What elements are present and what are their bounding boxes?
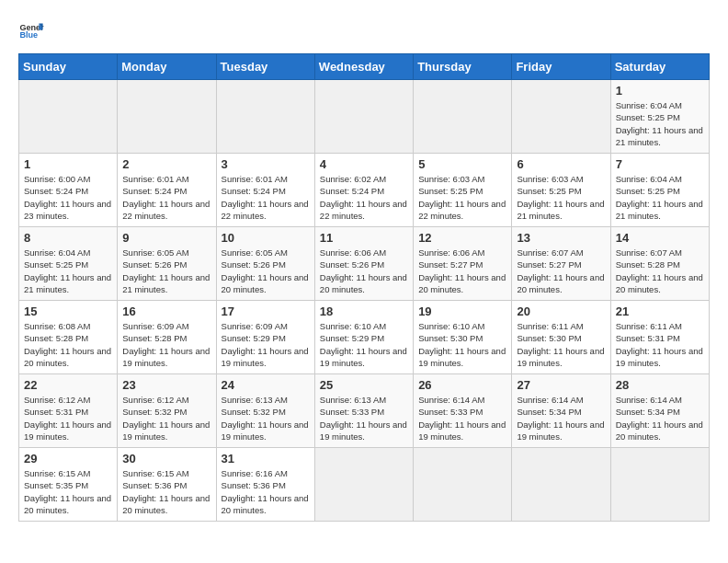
column-header-thursday: Thursday xyxy=(414,54,512,80)
day-number: 12 xyxy=(418,231,506,245)
calendar-day-cell: 1Sunrise: 6:04 AM Sunset: 5:25 PM Daylig… xyxy=(610,80,709,154)
calendar-day-cell: 5Sunrise: 6:03 AM Sunset: 5:25 PM Daylig… xyxy=(414,154,512,227)
day-number: 3 xyxy=(222,157,310,171)
calendar-day-cell: 23Sunrise: 6:12 AM Sunset: 5:32 PM Dayli… xyxy=(118,374,216,448)
calendar-day-cell xyxy=(216,80,314,154)
calendar-day-cell: 1Sunrise: 6:00 AM Sunset: 5:24 PM Daylig… xyxy=(19,154,118,227)
column-header-sunday: Sunday xyxy=(19,54,118,80)
calendar-day-cell: 27Sunrise: 6:14 AM Sunset: 5:34 PM Dayli… xyxy=(512,374,610,448)
logo-icon: General Blue xyxy=(18,18,44,44)
day-number: 26 xyxy=(418,378,506,392)
day-info: Sunrise: 6:02 AM Sunset: 5:24 PM Dayligh… xyxy=(320,173,408,222)
calendar-day-cell: 28Sunrise: 6:14 AM Sunset: 5:34 PM Dayli… xyxy=(610,374,709,448)
column-header-friday: Friday xyxy=(512,54,610,80)
day-number: 22 xyxy=(24,378,112,392)
calendar-day-cell xyxy=(314,448,413,522)
day-number: 13 xyxy=(517,231,605,245)
day-info: Sunrise: 6:11 AM Sunset: 5:30 PM Dayligh… xyxy=(517,320,605,369)
column-header-saturday: Saturday xyxy=(610,54,709,80)
calendar-day-cell: 17Sunrise: 6:09 AM Sunset: 5:29 PM Dayli… xyxy=(216,301,314,374)
calendar-day-cell xyxy=(414,448,512,522)
svg-text:Blue: Blue xyxy=(19,30,38,40)
day-number: 30 xyxy=(122,452,210,465)
day-info: Sunrise: 6:05 AM Sunset: 5:26 PM Dayligh… xyxy=(122,247,210,295)
day-info: Sunrise: 6:15 AM Sunset: 5:35 PM Dayligh… xyxy=(24,467,112,516)
day-number: 9 xyxy=(122,231,210,245)
calendar-day-cell: 30Sunrise: 6:15 AM Sunset: 5:36 PM Dayli… xyxy=(118,448,216,522)
day-number: 10 xyxy=(222,231,310,245)
calendar-week-row: 8Sunrise: 6:04 AM Sunset: 5:25 PM Daylig… xyxy=(19,227,710,301)
calendar-day-cell xyxy=(512,80,610,154)
day-number: 21 xyxy=(616,304,704,318)
calendar-day-cell: 2Sunrise: 6:01 AM Sunset: 5:24 PM Daylig… xyxy=(118,154,216,227)
day-info: Sunrise: 6:07 AM Sunset: 5:28 PM Dayligh… xyxy=(616,247,704,295)
logo: General Blue xyxy=(18,18,44,44)
calendar-day-cell: 4Sunrise: 6:02 AM Sunset: 5:24 PM Daylig… xyxy=(314,154,413,227)
day-info: Sunrise: 6:08 AM Sunset: 5:28 PM Dayligh… xyxy=(24,320,112,369)
day-info: Sunrise: 6:13 AM Sunset: 5:33 PM Dayligh… xyxy=(320,394,408,442)
day-number: 7 xyxy=(616,157,704,171)
page-header: General Blue xyxy=(18,18,710,44)
day-info: Sunrise: 6:03 AM Sunset: 5:25 PM Dayligh… xyxy=(418,173,506,222)
calendar-day-cell: 11Sunrise: 6:06 AM Sunset: 5:26 PM Dayli… xyxy=(314,227,413,301)
day-info: Sunrise: 6:09 AM Sunset: 5:28 PM Dayligh… xyxy=(122,320,210,369)
day-number: 8 xyxy=(24,231,112,245)
calendar-day-cell: 18Sunrise: 6:10 AM Sunset: 5:29 PM Dayli… xyxy=(314,301,413,374)
calendar-day-cell xyxy=(19,80,118,154)
calendar-day-cell: 13Sunrise: 6:07 AM Sunset: 5:27 PM Dayli… xyxy=(512,227,610,301)
column-header-monday: Monday xyxy=(118,54,216,80)
calendar-week-row: 22Sunrise: 6:12 AM Sunset: 5:31 PM Dayli… xyxy=(19,374,710,448)
calendar-table: SundayMondayTuesdayWednesdayThursdayFrid… xyxy=(18,53,710,522)
day-info: Sunrise: 6:14 AM Sunset: 5:34 PM Dayligh… xyxy=(616,394,704,442)
calendar-day-cell: 9Sunrise: 6:05 AM Sunset: 5:26 PM Daylig… xyxy=(118,227,216,301)
calendar-day-cell xyxy=(610,448,709,522)
calendar-day-cell: 14Sunrise: 6:07 AM Sunset: 5:28 PM Dayli… xyxy=(610,227,709,301)
day-info: Sunrise: 6:11 AM Sunset: 5:31 PM Dayligh… xyxy=(616,320,704,369)
day-number: 15 xyxy=(24,304,112,318)
day-info: Sunrise: 6:00 AM Sunset: 5:24 PM Dayligh… xyxy=(24,173,112,222)
day-info: Sunrise: 6:09 AM Sunset: 5:29 PM Dayligh… xyxy=(222,320,310,369)
day-number: 18 xyxy=(320,304,408,318)
day-info: Sunrise: 6:10 AM Sunset: 5:30 PM Dayligh… xyxy=(418,320,506,369)
day-number: 2 xyxy=(122,157,210,171)
calendar-day-cell: 29Sunrise: 6:15 AM Sunset: 5:35 PM Dayli… xyxy=(19,448,118,522)
day-info: Sunrise: 6:06 AM Sunset: 5:27 PM Dayligh… xyxy=(418,247,506,295)
day-number: 29 xyxy=(24,452,112,465)
day-info: Sunrise: 6:07 AM Sunset: 5:27 PM Dayligh… xyxy=(517,247,605,295)
day-info: Sunrise: 6:01 AM Sunset: 5:24 PM Dayligh… xyxy=(122,173,210,222)
day-number: 16 xyxy=(122,304,210,318)
calendar-day-cell xyxy=(414,80,512,154)
day-number: 11 xyxy=(320,231,408,245)
calendar-day-cell: 3Sunrise: 6:01 AM Sunset: 5:24 PM Daylig… xyxy=(216,154,314,227)
calendar-day-cell: 20Sunrise: 6:11 AM Sunset: 5:30 PM Dayli… xyxy=(512,301,610,374)
day-info: Sunrise: 6:14 AM Sunset: 5:34 PM Dayligh… xyxy=(517,394,605,442)
calendar-day-cell: 26Sunrise: 6:14 AM Sunset: 5:33 PM Dayli… xyxy=(414,374,512,448)
calendar-day-cell: 24Sunrise: 6:13 AM Sunset: 5:32 PM Dayli… xyxy=(216,374,314,448)
calendar-day-cell: 6Sunrise: 6:03 AM Sunset: 5:25 PM Daylig… xyxy=(512,154,610,227)
calendar-week-row: 1Sunrise: 6:00 AM Sunset: 5:24 PM Daylig… xyxy=(19,154,710,227)
day-number: 31 xyxy=(222,452,310,465)
day-number: 6 xyxy=(517,157,605,171)
calendar-day-cell xyxy=(118,80,216,154)
calendar-day-cell: 22Sunrise: 6:12 AM Sunset: 5:31 PM Dayli… xyxy=(19,374,118,448)
day-info: Sunrise: 6:12 AM Sunset: 5:32 PM Dayligh… xyxy=(122,394,210,442)
calendar-day-cell xyxy=(512,448,610,522)
calendar-day-cell: 12Sunrise: 6:06 AM Sunset: 5:27 PM Dayli… xyxy=(414,227,512,301)
day-info: Sunrise: 6:03 AM Sunset: 5:25 PM Dayligh… xyxy=(517,173,605,222)
day-number: 4 xyxy=(320,157,408,171)
calendar-header-row: SundayMondayTuesdayWednesdayThursdayFrid… xyxy=(19,54,710,80)
day-number: 23 xyxy=(122,378,210,392)
day-number: 19 xyxy=(418,304,506,318)
column-header-tuesday: Tuesday xyxy=(216,54,314,80)
day-info: Sunrise: 6:01 AM Sunset: 5:24 PM Dayligh… xyxy=(222,173,310,222)
day-info: Sunrise: 6:15 AM Sunset: 5:36 PM Dayligh… xyxy=(122,467,210,516)
day-info: Sunrise: 6:04 AM Sunset: 5:25 PM Dayligh… xyxy=(24,247,112,295)
calendar-day-cell: 8Sunrise: 6:04 AM Sunset: 5:25 PM Daylig… xyxy=(19,227,118,301)
calendar-week-row: 29Sunrise: 6:15 AM Sunset: 5:35 PM Dayli… xyxy=(19,448,710,522)
day-number: 17 xyxy=(222,304,310,318)
day-info: Sunrise: 6:16 AM Sunset: 5:36 PM Dayligh… xyxy=(222,467,310,516)
day-number: 14 xyxy=(616,231,704,245)
calendar-day-cell: 15Sunrise: 6:08 AM Sunset: 5:28 PM Dayli… xyxy=(19,301,118,374)
calendar-week-row: 1Sunrise: 6:04 AM Sunset: 5:25 PM Daylig… xyxy=(19,80,710,154)
day-number: 25 xyxy=(320,378,408,392)
